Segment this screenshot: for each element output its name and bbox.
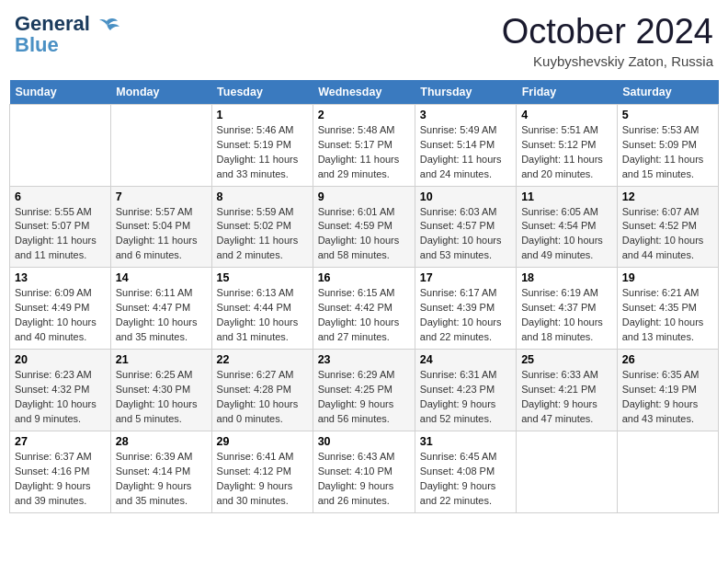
calendar-cell: 12Sunrise: 6:07 AM Sunset: 4:52 PM Dayli…: [617, 186, 718, 268]
cell-info: Sunrise: 5:55 AM Sunset: 5:07 PM Dayligh…: [15, 205, 106, 264]
calendar-cell: [517, 431, 618, 512]
calendar-cell: 21Sunrise: 6:25 AM Sunset: 4:30 PM Dayli…: [110, 350, 211, 431]
cell-info: Sunrise: 5:48 AM Sunset: 5:17 PM Dayligh…: [318, 123, 410, 182]
title-block: October 2024 Kuybyshevskiy Zaton, Russia: [502, 13, 713, 69]
calendar-cell: 13Sunrise: 6:09 AM Sunset: 4:49 PM Dayli…: [10, 268, 111, 350]
calendar-cell: 11Sunrise: 6:05 AM Sunset: 4:54 PM Dayli…: [517, 186, 618, 268]
col-wednesday: Wednesday: [313, 80, 415, 105]
day-number: 3: [420, 109, 511, 121]
day-number: 4: [521, 109, 612, 121]
day-number: 7: [116, 190, 207, 203]
calendar-body: 1Sunrise: 5:46 AM Sunset: 5:19 PM Daylig…: [10, 104, 719, 512]
cell-info: Sunrise: 6:39 AM Sunset: 4:14 PM Dayligh…: [116, 450, 207, 509]
location-label: Kuybyshevskiy Zaton, Russia: [502, 53, 713, 69]
cell-info: Sunrise: 6:31 AM Sunset: 4:23 PM Dayligh…: [420, 368, 511, 427]
col-sunday: Sunday: [10, 80, 111, 105]
logo: General Blue: [15, 13, 119, 55]
day-number: 14: [116, 271, 207, 284]
calendar-cell: 6Sunrise: 5:55 AM Sunset: 5:07 PM Daylig…: [10, 186, 111, 268]
day-number: 22: [217, 353, 308, 366]
calendar-cell: 20Sunrise: 6:23 AM Sunset: 4:32 PM Dayli…: [10, 350, 111, 431]
calendar-cell: [110, 104, 211, 186]
cell-info: Sunrise: 6:41 AM Sunset: 4:12 PM Dayligh…: [217, 450, 308, 509]
calendar-cell: 5Sunrise: 5:53 AM Sunset: 5:09 PM Daylig…: [617, 104, 718, 186]
cell-info: Sunrise: 6:29 AM Sunset: 4:25 PM Dayligh…: [318, 368, 410, 427]
day-number: 10: [420, 190, 511, 203]
day-number: 8: [217, 190, 308, 203]
calendar-cell: 15Sunrise: 6:13 AM Sunset: 4:44 PM Dayli…: [211, 268, 313, 350]
day-number: 21: [116, 353, 207, 366]
day-number: 16: [318, 271, 410, 284]
calendar-cell: 8Sunrise: 5:59 AM Sunset: 5:02 PM Daylig…: [211, 186, 313, 268]
calendar-cell: 14Sunrise: 6:11 AM Sunset: 4:47 PM Dayli…: [110, 268, 211, 350]
cell-info: Sunrise: 6:33 AM Sunset: 4:21 PM Dayligh…: [521, 368, 612, 427]
cell-info: Sunrise: 6:03 AM Sunset: 4:57 PM Dayligh…: [420, 205, 511, 264]
cell-info: Sunrise: 6:35 AM Sunset: 4:19 PM Dayligh…: [622, 368, 713, 427]
col-thursday: Thursday: [415, 80, 516, 105]
calendar-cell: 1Sunrise: 5:46 AM Sunset: 5:19 PM Daylig…: [211, 104, 313, 186]
day-number: 24: [420, 353, 511, 366]
day-number: 26: [622, 353, 713, 366]
header-row: Sunday Monday Tuesday Wednesday Thursday…: [10, 80, 719, 105]
day-number: 28: [116, 435, 207, 448]
cell-info: Sunrise: 5:59 AM Sunset: 5:02 PM Dayligh…: [217, 205, 308, 264]
calendar-header: Sunday Monday Tuesday Wednesday Thursday…: [10, 80, 719, 105]
calendar-cell: 19Sunrise: 6:21 AM Sunset: 4:35 PM Dayli…: [617, 268, 718, 350]
cell-info: Sunrise: 6:15 AM Sunset: 4:42 PM Dayligh…: [318, 286, 410, 345]
logo-bird-icon: [94, 16, 119, 45]
calendar-cell: 28Sunrise: 6:39 AM Sunset: 4:14 PM Dayli…: [110, 431, 211, 512]
col-friday: Friday: [517, 80, 618, 105]
calendar-cell: [10, 104, 111, 186]
week-row-1: 6Sunrise: 5:55 AM Sunset: 5:07 PM Daylig…: [10, 186, 719, 268]
week-row-3: 20Sunrise: 6:23 AM Sunset: 4:32 PM Dayli…: [10, 350, 719, 431]
calendar-cell: 10Sunrise: 6:03 AM Sunset: 4:57 PM Dayli…: [415, 186, 516, 268]
day-number: 18: [521, 271, 612, 284]
day-number: 12: [622, 190, 713, 203]
cell-info: Sunrise: 6:23 AM Sunset: 4:32 PM Dayligh…: [15, 368, 106, 427]
calendar-cell: 29Sunrise: 6:41 AM Sunset: 4:12 PM Dayli…: [211, 431, 313, 512]
cell-info: Sunrise: 6:21 AM Sunset: 4:35 PM Dayligh…: [622, 286, 713, 345]
calendar-table: Sunday Monday Tuesday Wednesday Thursday…: [9, 80, 719, 513]
day-number: 20: [15, 353, 106, 366]
col-monday: Monday: [110, 80, 211, 105]
cell-info: Sunrise: 6:27 AM Sunset: 4:28 PM Dayligh…: [217, 368, 308, 427]
calendar-cell: 17Sunrise: 6:17 AM Sunset: 4:39 PM Dayli…: [415, 268, 516, 350]
cell-info: Sunrise: 6:17 AM Sunset: 4:39 PM Dayligh…: [420, 286, 511, 345]
week-row-4: 27Sunrise: 6:37 AM Sunset: 4:16 PM Dayli…: [10, 431, 719, 512]
day-number: 31: [420, 435, 511, 448]
cell-info: Sunrise: 5:46 AM Sunset: 5:19 PM Dayligh…: [217, 123, 308, 182]
day-number: 11: [521, 190, 612, 203]
cell-info: Sunrise: 5:51 AM Sunset: 5:12 PM Dayligh…: [521, 123, 612, 182]
cell-info: Sunrise: 6:01 AM Sunset: 4:59 PM Dayligh…: [318, 205, 410, 264]
calendar-cell: 3Sunrise: 5:49 AM Sunset: 5:14 PM Daylig…: [415, 104, 516, 186]
calendar-cell: 31Sunrise: 6:45 AM Sunset: 4:08 PM Dayli…: [415, 431, 516, 512]
day-number: 15: [217, 271, 308, 284]
calendar-cell: 30Sunrise: 6:43 AM Sunset: 4:10 PM Dayli…: [313, 431, 415, 512]
cell-info: Sunrise: 6:45 AM Sunset: 4:08 PM Dayligh…: [420, 450, 511, 509]
calendar-cell: 27Sunrise: 6:37 AM Sunset: 4:16 PM Dayli…: [10, 431, 111, 512]
cell-info: Sunrise: 5:57 AM Sunset: 5:04 PM Dayligh…: [116, 205, 207, 264]
day-number: 1: [217, 109, 308, 121]
day-number: 5: [622, 109, 713, 121]
calendar-cell: 23Sunrise: 6:29 AM Sunset: 4:25 PM Dayli…: [313, 350, 415, 431]
day-number: 25: [521, 353, 612, 366]
day-number: 9: [318, 190, 410, 203]
calendar-cell: 7Sunrise: 5:57 AM Sunset: 5:04 PM Daylig…: [110, 186, 211, 268]
day-number: 27: [15, 435, 106, 448]
cell-info: Sunrise: 6:09 AM Sunset: 4:49 PM Dayligh…: [15, 286, 106, 345]
day-number: 17: [420, 271, 511, 284]
page-header: General Blue October 2024 Kuybyshevskiy …: [9, 9, 719, 73]
calendar-cell: 4Sunrise: 5:51 AM Sunset: 5:12 PM Daylig…: [517, 104, 618, 186]
day-number: 19: [622, 271, 713, 284]
logo-blue: Blue: [15, 34, 90, 55]
calendar-cell: [617, 431, 718, 512]
calendar-cell: 22Sunrise: 6:27 AM Sunset: 4:28 PM Dayli…: [211, 350, 313, 431]
day-number: 29: [217, 435, 308, 448]
col-tuesday: Tuesday: [211, 80, 313, 105]
day-number: 2: [318, 109, 410, 121]
day-number: 23: [318, 353, 410, 366]
week-row-0: 1Sunrise: 5:46 AM Sunset: 5:19 PM Daylig…: [10, 104, 719, 186]
calendar-cell: 2Sunrise: 5:48 AM Sunset: 5:17 PM Daylig…: [313, 104, 415, 186]
cell-info: Sunrise: 6:13 AM Sunset: 4:44 PM Dayligh…: [217, 286, 308, 345]
calendar-cell: 25Sunrise: 6:33 AM Sunset: 4:21 PM Dayli…: [517, 350, 618, 431]
